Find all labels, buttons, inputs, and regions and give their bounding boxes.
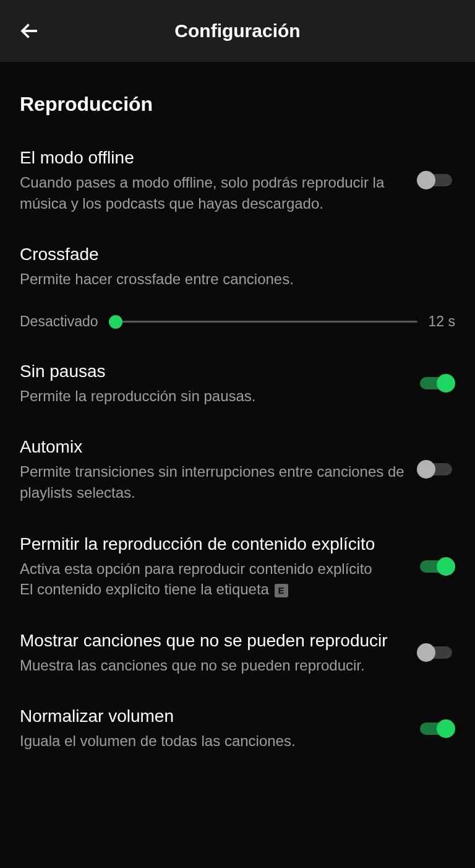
- setting-text: Sin pausas Permite la reproducción sin p…: [20, 360, 404, 407]
- explicit-badge-icon: E: [275, 584, 288, 597]
- setting-title-explicit: Permitir la reproducción de contenido ex…: [20, 533, 404, 555]
- setting-text: Automix Permite transiciones sin interru…: [20, 436, 404, 503]
- setting-title-offline: El modo offline: [20, 147, 404, 168]
- setting-desc-unavailable: Muestra las canciones que no se pueden r…: [20, 655, 404, 676]
- setting-desc-gapless: Permite la reproducción sin pausas.: [20, 386, 404, 407]
- arrow-left-icon: [19, 20, 41, 42]
- toggle-unavailable[interactable]: [417, 642, 455, 663]
- slider-track: [109, 321, 417, 323]
- explicit-desc-line2: El contenido explícito tiene la etiqueta: [20, 581, 273, 597]
- slider-thumb: [109, 315, 122, 329]
- setting-text: Normalizar volumen Iguala el volumen de …: [20, 705, 404, 752]
- toggle-explicit[interactable]: [417, 556, 455, 577]
- toggle-offline[interactable]: [417, 170, 455, 191]
- page-title: Configuración: [0, 20, 475, 41]
- crossfade-slider-row: Desactivado 12 s: [20, 313, 455, 331]
- setting-desc-explicit: Activa esta opción para reproducir conte…: [20, 558, 404, 600]
- toggle-gapless[interactable]: [417, 373, 455, 394]
- setting-row-gapless: Sin pausas Permite la reproducción sin p…: [20, 360, 455, 407]
- setting-text: Permitir la reproducción de contenido ex…: [20, 533, 404, 600]
- setting-row-crossfade: Crossfade Permite hacer crossfade entre …: [20, 243, 455, 331]
- explicit-desc-line1: Activa esta opción para reproducir conte…: [20, 560, 372, 577]
- app-header: Configuración: [0, 0, 475, 62]
- setting-title-normalize: Normalizar volumen: [20, 705, 404, 727]
- setting-desc-automix: Permite transiciones sin interrupciones …: [20, 461, 404, 503]
- setting-row-offline: El modo offline Cuando pases a modo offl…: [20, 147, 455, 214]
- crossfade-max-label: 12 s: [429, 313, 455, 330]
- setting-row-automix: Automix Permite transiciones sin interru…: [20, 436, 455, 503]
- section-title-playback: Reproducción: [20, 93, 455, 116]
- setting-title-automix: Automix: [20, 436, 404, 458]
- toggle-automix[interactable]: [417, 459, 455, 480]
- crossfade-min-label: Desactivado: [20, 313, 98, 330]
- setting-title-crossfade: Crossfade: [20, 243, 455, 265]
- toggle-normalize[interactable]: [417, 718, 455, 739]
- setting-row-normalize: Normalizar volumen Iguala el volumen de …: [20, 705, 455, 752]
- crossfade-slider[interactable]: [109, 313, 417, 331]
- setting-title-unavailable: Mostrar canciones que no se pueden repro…: [20, 630, 404, 651]
- setting-text: Crossfade Permite hacer crossfade entre …: [20, 243, 455, 290]
- setting-row-explicit: Permitir la reproducción de contenido ex…: [20, 533, 455, 600]
- setting-title-gapless: Sin pausas: [20, 360, 404, 382]
- settings-content: Reproducción El modo offline Cuando pase…: [0, 62, 475, 752]
- setting-desc-crossfade: Permite hacer crossfade entre canciones.: [20, 269, 455, 290]
- setting-text: El modo offline Cuando pases a modo offl…: [20, 147, 404, 214]
- setting-desc-normalize: Iguala el volumen de todas las canciones…: [20, 731, 404, 752]
- setting-row-unavailable: Mostrar canciones que no se pueden repro…: [20, 630, 455, 676]
- setting-desc-offline: Cuando pases a modo offline, solo podrás…: [20, 172, 404, 214]
- setting-text: Mostrar canciones que no se pueden repro…: [20, 630, 404, 676]
- back-button[interactable]: [15, 16, 45, 46]
